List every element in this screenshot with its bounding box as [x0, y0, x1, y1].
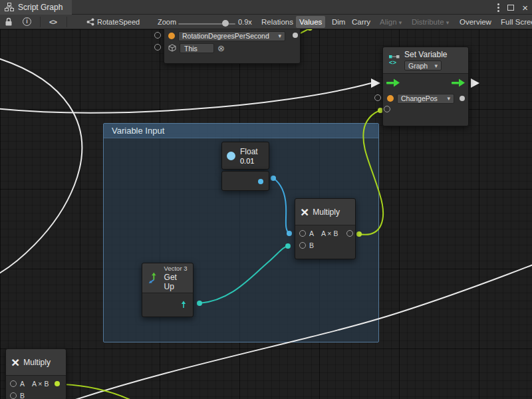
flow-in-arrow-icon[interactable]	[386, 78, 400, 87]
chevron-down-icon: ▾	[434, 63, 438, 69]
chevron-down-icon: ▾	[278, 33, 281, 39]
teal-wire-getup-to-multiply-b[interactable]	[200, 246, 288, 303]
button-align-label: Align	[380, 18, 397, 26]
green-wire-start-dot	[356, 231, 362, 237]
set-variable-icon: <>	[388, 55, 400, 66]
node-multiply[interactable]: × Multiply A A × B B	[295, 198, 356, 259]
graph-toolbar: i <> RotateSpeed Zoom 0.9x Relations Val…	[0, 15, 532, 29]
node-multiply-2[interactable]: × Multiply A A × B B	[5, 348, 66, 399]
script-graph-icon	[5, 3, 14, 11]
button-align: Align ▾	[376, 16, 405, 28]
flow-out-arrow-icon[interactable]	[452, 78, 465, 87]
button-overview[interactable]: Overview	[456, 16, 495, 28]
flow-wire-upper-left[interactable]	[0, 57, 82, 276]
node-vector3-get-up[interactable]: Vector 3 Get Up	[142, 263, 194, 317]
rotation-target-row: This ⊗	[164, 42, 300, 54]
multiply2-input-a-port[interactable]	[10, 380, 17, 387]
float-title: Float	[240, 147, 258, 156]
set-variable-title: Set Variable	[404, 50, 447, 59]
multiply-row-b: B	[295, 239, 355, 251]
variable-port-orange-dot[interactable]	[387, 95, 394, 102]
button-distribute: Distribute ▾	[408, 16, 452, 28]
vector3-header: Vector 3 Get Up	[142, 263, 193, 293]
button-dim[interactable]: Dim	[329, 16, 348, 28]
zoom-value: 0.9x	[238, 18, 252, 26]
rotation-input-port-1[interactable]	[154, 32, 161, 39]
variable-scope-label: Graph	[408, 62, 428, 70]
getup-title: Get Up	[164, 273, 188, 291]
multiply-icon: ×	[11, 356, 19, 369]
flow-wire-into-set-variable[interactable]	[0, 83, 371, 112]
multiply-b-label: B	[309, 241, 314, 249]
variable-scope-dropdown[interactable]: Graph ▾	[404, 61, 442, 70]
info-icon[interactable]: i	[23, 17, 31, 26]
multiply-input-b-port[interactable]	[299, 242, 306, 249]
multiply-output-port[interactable]	[346, 230, 353, 237]
code-preview-icon[interactable]: <>	[49, 18, 57, 26]
getup-output-icon[interactable]	[180, 301, 188, 309]
rotation-output-dot[interactable]	[293, 33, 298, 38]
graph-name-breadcrumb[interactable]: RotateSpeed	[97, 18, 140, 26]
flow-wire-lower[interactable]	[61, 262, 532, 399]
script-graph-window: Variable Input RotationDegreesPerSecond …	[0, 0, 532, 399]
cube-icon	[168, 44, 176, 52]
kebab-menu-icon[interactable]	[497, 3, 499, 12]
rotation-input-port-2[interactable]	[154, 44, 161, 51]
variable-name-dropdown[interactable]: RotationDegreesPerSecond ▾	[178, 31, 285, 41]
button-values[interactable]: Values	[296, 16, 325, 28]
multiply-input-a-port[interactable]	[299, 230, 306, 237]
set-variable-value-port[interactable]	[384, 106, 390, 112]
node-float-literal[interactable]: Float 0.01	[221, 142, 269, 170]
variable-port-orange-dot[interactable]	[168, 33, 175, 39]
object-picker-icon[interactable]: ⊗	[217, 44, 225, 53]
variable-name-label: RotationDegreesPerSecond	[182, 32, 269, 40]
toolbar-separator	[66, 17, 67, 27]
multiply2-output-label: A × B	[32, 380, 49, 388]
float-value[interactable]: 0.01	[240, 157, 258, 165]
blue-wire-float-to-multiply-a[interactable]	[273, 178, 289, 233]
button-carry[interactable]: Carry	[348, 16, 374, 28]
vector3-type-label: Vector 3	[164, 265, 188, 272]
set-variable-value-row: ChangePos ▾	[383, 91, 468, 106]
node-float-port-box[interactable]	[221, 171, 269, 191]
changepos-dropdown[interactable]: ChangePos ▾	[397, 94, 454, 104]
node-set-variable[interactable]: <> Set Variable Graph ▾ ChangePos ▾	[382, 47, 469, 126]
target-field[interactable]: This	[180, 43, 214, 53]
green-wire-bottom-multiply[interactable]	[64, 384, 133, 399]
blue-wire-start-dot	[271, 176, 276, 181]
chevron-down-icon: ▾	[446, 19, 450, 26]
maximize-icon[interactable]	[507, 5, 514, 11]
multiply2-header: × Multiply	[6, 349, 66, 376]
multiply2-input-b-port[interactable]	[10, 392, 17, 399]
multiply2-output-dot[interactable]	[55, 381, 60, 386]
multiply2-title: Multiply	[23, 358, 51, 367]
zoom-slider-knob[interactable]	[222, 20, 229, 27]
float-output-port[interactable]	[258, 179, 263, 184]
set-variable-header: <> Set Variable Graph ▾	[383, 47, 468, 74]
float-type-icon	[227, 152, 235, 160]
multiply-row-a: A A × B	[295, 227, 355, 239]
flow-wire-arrowhead	[371, 78, 380, 88]
multiply2-b-label: B	[20, 392, 25, 399]
vector3-transform-icon	[148, 271, 160, 285]
button-distribute-label: Distribute	[412, 18, 444, 26]
changepos-label: ChangePos	[401, 94, 438, 102]
set-variable-name-port[interactable]	[374, 94, 381, 101]
multiply-title: Multiply	[313, 207, 340, 217]
button-full-screen[interactable]: Full Screen	[497, 16, 532, 28]
getup-body	[142, 293, 193, 317]
toolbar-separator	[40, 17, 41, 27]
lock-icon[interactable]	[5, 17, 13, 27]
rotation-variable-row: RotationDegreesPerSecond ▾	[164, 30, 300, 42]
green-wire-multiply-to-set-variable[interactable]	[359, 110, 383, 235]
tab-script-graph[interactable]: Script Graph	[0, 0, 72, 15]
window-titlebar: Script Graph ×	[0, 0, 532, 15]
multiply-a-label: A	[309, 229, 314, 237]
teal-wire-start-dot	[197, 301, 202, 306]
button-relations[interactable]: Relations	[258, 16, 297, 28]
close-icon[interactable]: ×	[522, 3, 528, 13]
set-variable-output-dot[interactable]	[460, 96, 465, 101]
multiply2-a-label: A	[20, 380, 25, 388]
multiply-icon: ×	[301, 205, 309, 219]
multiply2-row-a: A A × B	[6, 378, 66, 390]
